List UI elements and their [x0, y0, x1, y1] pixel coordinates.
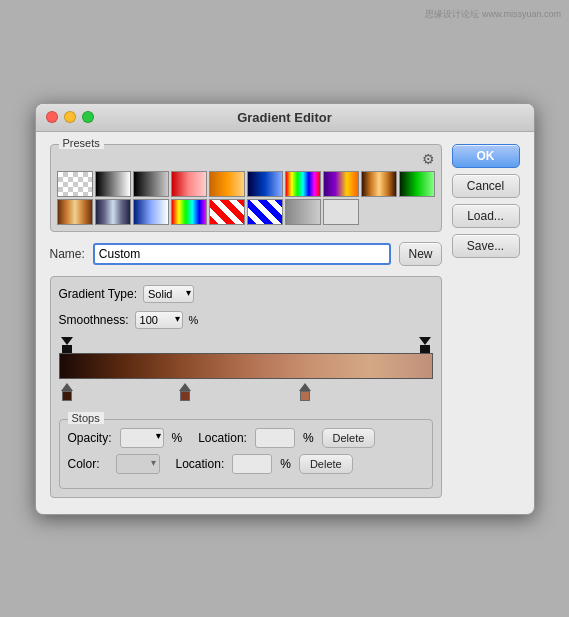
opacity-label: Opacity:	[68, 431, 112, 445]
name-input[interactable]	[93, 243, 392, 265]
preset-swatch-blue-light[interactable]	[133, 199, 169, 225]
preset-swatch-white[interactable]	[323, 199, 359, 225]
new-button[interactable]: New	[399, 242, 441, 266]
ok-button[interactable]: OK	[452, 144, 520, 168]
opacity-unit-label: %	[172, 431, 183, 445]
smoothness-unit: %	[189, 314, 199, 326]
load-button[interactable]: Load...	[452, 204, 520, 228]
preset-swatch-black-transparent[interactable]	[133, 171, 169, 197]
gradient-type-select[interactable]: Solid Noise	[143, 285, 194, 303]
color-location-unit: %	[280, 457, 291, 471]
color-stops-row: Color: Location: % Delete	[68, 454, 424, 474]
traffic-lights	[46, 111, 94, 123]
presets-row-1	[57, 171, 435, 197]
stops-section: Stops Opacity: ▾ % Location: %	[59, 419, 433, 489]
delete-opacity-button[interactable]: Delete	[322, 428, 376, 448]
preset-swatch-gray[interactable]	[285, 199, 321, 225]
preset-swatch-spectrum1[interactable]	[285, 171, 321, 197]
smoothness-row: Smoothness: 100 75 50 %	[59, 311, 433, 329]
right-panel: OK Cancel Load... Save...	[452, 144, 520, 498]
stops-title: Stops	[68, 412, 104, 424]
gradient-type-select-wrap: Solid Noise	[143, 285, 194, 303]
presets-section: Presets ⚙	[50, 144, 442, 232]
gradient-bar[interactable]	[59, 353, 433, 379]
close-button[interactable]	[46, 111, 58, 123]
preset-swatch-striped-blue[interactable]	[247, 199, 283, 225]
presets-label: Presets	[59, 137, 104, 149]
watermark-text: 思缘设计论坛 www.missyuan.com	[425, 8, 561, 21]
gear-icon[interactable]: ⚙	[422, 151, 435, 167]
delete-color-button[interactable]: Delete	[299, 454, 353, 474]
opacity-location-input[interactable]	[255, 428, 295, 448]
gradient-type-label-text: Gradient Type:	[59, 287, 138, 301]
preset-swatch-transparent[interactable]	[57, 171, 93, 197]
gradient-bar-area	[59, 337, 433, 411]
maximize-button[interactable]	[82, 111, 94, 123]
main-content: Presets ⚙	[36, 132, 534, 498]
preset-swatch-striped-red[interactable]	[209, 199, 245, 225]
preset-swatch-green[interactable]	[399, 171, 435, 197]
presets-grid	[57, 171, 435, 225]
cancel-button[interactable]: Cancel	[452, 174, 520, 198]
opacity-stop-left[interactable]	[61, 337, 73, 351]
color-label: Color:	[68, 457, 100, 471]
opacity-input-wrap: ▾	[120, 428, 164, 448]
preset-swatch-red[interactable]	[171, 171, 207, 197]
opacity-stop-right[interactable]	[419, 337, 431, 351]
color-stop-2[interactable]	[179, 383, 191, 401]
name-row: Name: New	[50, 242, 442, 266]
opacity-stops-row: Opacity: ▾ % Location: % Delete	[68, 428, 424, 448]
gradient-editor-window: Gradient Editor Presets ⚙	[35, 103, 535, 515]
name-label: Name:	[50, 247, 85, 261]
color-stop-3[interactable]	[299, 383, 311, 401]
presets-header: ⚙	[57, 151, 435, 167]
preset-swatch-blue[interactable]	[247, 171, 283, 197]
preset-swatch-steel[interactable]	[95, 199, 131, 225]
left-panel: Presets ⚙	[50, 144, 442, 498]
titlebar: Gradient Editor	[36, 104, 534, 132]
smoothness-label: Smoothness:	[59, 313, 129, 327]
color-location-input[interactable]	[232, 454, 272, 474]
gradient-type-row: Gradient Type: Solid Noise	[59, 285, 433, 303]
window-title: Gradient Editor	[237, 110, 332, 125]
preset-swatch-rainbow[interactable]	[171, 199, 207, 225]
opacity-value-input[interactable]	[120, 428, 164, 448]
preset-swatch-orange[interactable]	[209, 171, 245, 197]
color-stop-1[interactable]	[61, 383, 73, 401]
smoothness-select[interactable]: 100 75 50	[135, 311, 183, 329]
opacity-location-unit: %	[303, 431, 314, 445]
minimize-button[interactable]	[64, 111, 76, 123]
presets-row-2	[57, 199, 435, 225]
gradient-section: Gradient Type: Solid Noise Smoothness:	[50, 276, 442, 498]
preset-swatch-black-white[interactable]	[95, 171, 131, 197]
save-button[interactable]: Save...	[452, 234, 520, 258]
smoothness-select-wrap: 100 75 50	[135, 311, 183, 329]
preset-swatch-copper[interactable]	[361, 171, 397, 197]
opacity-location-label: Location:	[198, 431, 247, 445]
preset-swatch-warm-copper[interactable]	[57, 199, 93, 225]
color-location-label: Location:	[176, 457, 225, 471]
color-swatch[interactable]	[116, 454, 160, 474]
preset-swatch-purple-gold[interactable]	[323, 171, 359, 197]
